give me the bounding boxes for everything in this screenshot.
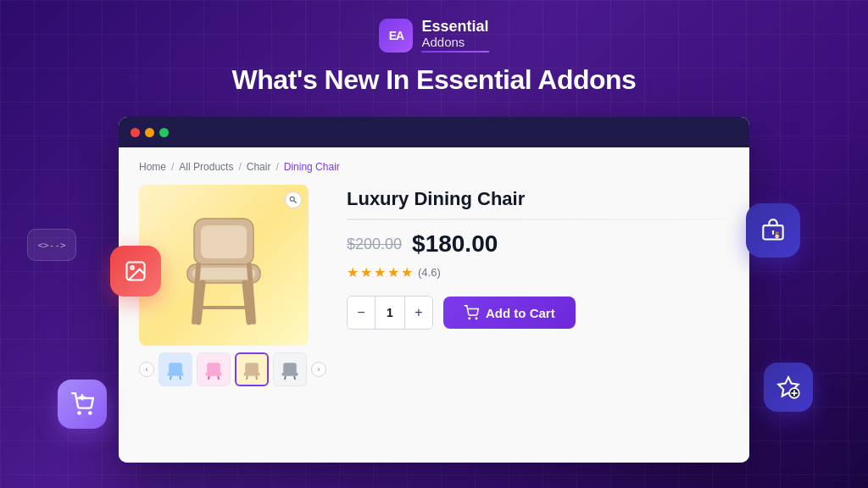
cart-widget-icon [58,380,107,429]
cart-row: − 1 + Add to Cart [347,296,729,330]
breadcrumb: Home / All Products / Chair / Dining Cha… [139,161,729,173]
browser-minimize-button[interactable] [145,128,154,137]
breadcrumb-sep2: / [238,161,241,173]
breadcrumb-home[interactable]: Home [139,161,166,173]
add-to-cart-label: Add to Cart [486,306,555,320]
svg-rect-3 [201,225,247,258]
woocommerce-cart-widget-icon: $ [746,203,800,258]
svg-line-25 [285,376,286,380]
page-header: EA Essential Addons What's New In Essent… [232,19,637,96]
thumbnail-3[interactable] [235,352,269,386]
logo-name-line2: Addons [421,36,488,50]
breadcrumb-all-products[interactable]: All Products [179,161,233,173]
svg-line-1 [294,201,297,203]
browser-title-bar [119,117,749,147]
quantity-control: − 1 + [347,296,433,330]
svg-point-30 [131,266,134,269]
svg-rect-24 [281,372,298,375]
star-5: ★ [401,264,413,280]
cart-icon [464,305,479,320]
price-row: $200.00 $180.00 [347,230,729,258]
quantity-value: 1 [375,297,405,329]
svg-line-14 [180,376,181,380]
svg-rect-23 [283,363,297,373]
product-image-area: ‹ [139,185,326,386]
logo-name-line1: Essential [421,19,488,36]
logo-row: EA Essential Addons [379,19,488,53]
breadcrumb-sep3: / [275,161,278,173]
shopping-cart-icon [70,392,94,416]
chair-illustration [169,202,279,329]
product-details: Luxury Dining Chair $200.00 $180.00 ★ ★ … [347,185,729,330]
page-title: What's New In Essential Addons [232,64,637,96]
add-to-cart-button[interactable]: Add to Cart [443,297,576,329]
main-product-image [139,185,309,346]
product-section: ‹ [139,185,729,386]
rating-row: ★ ★ ★ ★ ★ (4.6) [347,264,729,280]
logo-underline [421,51,488,53]
svg-point-27 [469,318,470,319]
quantity-increase-button[interactable]: + [405,297,432,329]
svg-point-31 [78,412,80,413]
svg-rect-19 [245,363,259,373]
thumbnail-1[interactable] [159,352,192,386]
code-label: <>--> [37,240,65,251]
thumbnail-2[interactable] [197,352,231,386]
original-price: $200.00 [347,236,402,253]
shop-bag-icon: $ [761,219,785,242]
svg-line-21 [247,376,248,380]
svg-point-32 [89,412,91,413]
svg-point-0 [290,197,294,201]
thumbnail-4[interactable] [273,352,307,386]
star-4: ★ [387,264,399,280]
svg-rect-12 [167,372,183,375]
browser-window: Home / All Products / Chair / Dining Cha… [119,117,749,463]
star-rating: ★ ★ ★ ★ ★ [347,264,413,280]
image-icon [124,259,147,283]
browser-content: Home / All Products / Chair / Dining Cha… [119,147,749,463]
svg-line-13 [170,376,171,380]
svg-rect-16 [205,372,221,375]
svg-rect-11 [169,363,182,373]
browser-close-button[interactable] [131,128,140,137]
svg-line-22 [256,376,257,380]
svg-rect-15 [207,363,220,373]
svg-line-18 [218,376,219,380]
breadcrumb-active: Dining Chair [284,161,340,173]
breadcrumb-sep1: / [171,161,174,173]
svg-line-26 [294,376,295,380]
svg-rect-5 [192,268,255,280]
zoom-icon[interactable] [285,191,302,208]
code-snippet-widget-icon: <>--> [27,229,76,261]
review-widget-icon [764,363,813,412]
star-2: ★ [360,264,372,280]
svg-text:$: $ [775,230,780,239]
product-title: Luxury Dining Chair [347,188,729,210]
thumbnails-next[interactable]: › [311,362,326,377]
svg-rect-20 [243,372,259,375]
browser-maximize-button[interactable] [159,128,169,137]
logo-text: Essential Addons [421,19,488,52]
image-gallery-widget-icon [110,246,161,297]
sale-price: $180.00 [412,230,498,258]
star-3: ★ [374,264,386,280]
star-review-icon [776,375,800,399]
breadcrumb-chair[interactable]: Chair [247,161,271,173]
rating-count: (4.6) [418,266,441,279]
thumbnails-prev[interactable]: ‹ [139,362,154,377]
quantity-decrease-button[interactable]: − [348,297,375,329]
svg-point-28 [476,318,477,319]
thumbnails-row: ‹ [139,352,326,386]
svg-line-17 [209,376,209,380]
title-divider [347,219,729,220]
star-1: ★ [347,264,359,280]
logo-icon: EA [379,19,413,53]
